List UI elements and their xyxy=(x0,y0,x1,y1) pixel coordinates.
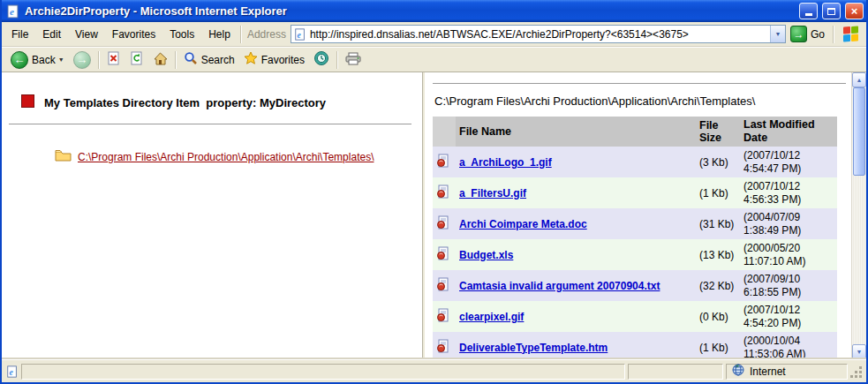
file-link[interactable]: clearpixel.gif xyxy=(459,311,524,323)
security-zone-pane: Internet xyxy=(726,364,848,380)
file-size: (3 Kb) xyxy=(696,147,740,177)
go-label: Go xyxy=(811,28,825,41)
folder-icon xyxy=(55,149,72,165)
file-size: (1 Kb) xyxy=(696,177,740,208)
file-modified: (2000/05/20 11:07:10 AM) xyxy=(740,239,837,270)
column-file-name: File Name xyxy=(456,117,696,147)
menu-favorites[interactable]: Favorites xyxy=(105,25,162,44)
content-area: My Templates Directory Item property: My… xyxy=(2,72,866,359)
menu-tools[interactable]: Tools xyxy=(162,25,201,44)
scrollbar-track[interactable] xyxy=(852,87,866,344)
scrollbar-thumb[interactable] xyxy=(853,87,865,176)
home-button[interactable] xyxy=(148,50,172,70)
file-size: (13 Kb) xyxy=(696,239,740,270)
red-bullet-icon xyxy=(21,94,34,108)
separator xyxy=(240,26,242,43)
status-bar: e Internet xyxy=(2,359,866,382)
table-row: DeliverableTypeTemplate.htm (1 Kb) (2000… xyxy=(433,332,837,359)
table-row: a_FiltersU.gif (1 Kb) (2007/10/12 4:56:3… xyxy=(433,177,837,208)
column-icon xyxy=(433,117,456,147)
forward-button[interactable]: → xyxy=(69,49,95,71)
heading-divider xyxy=(9,124,411,124)
file-link[interactable]: Camtasia invalid argument 20070904.txt xyxy=(459,280,660,292)
column-file-size: File Size xyxy=(696,117,740,147)
favorites-button[interactable]: Favorites xyxy=(239,49,309,70)
file-icon xyxy=(436,308,450,322)
file-link[interactable]: Archi Coimpare Meta.doc xyxy=(459,218,587,230)
globe-icon xyxy=(732,364,744,379)
address-label: Address xyxy=(245,28,291,41)
table-row: a_ArchiLogo_1.gif (3 Kb) (2007/10/12 4:5… xyxy=(433,147,837,177)
left-frame: My Templates Directory Item property: My… xyxy=(2,72,422,359)
address-url[interactable]: http://inspired.dnsalias.net/ABTWSAC.EXE… xyxy=(310,28,766,41)
go-button[interactable]: → Go xyxy=(786,26,830,42)
page-icon: e xyxy=(294,28,306,41)
back-button[interactable]: ← Back ▼ xyxy=(6,49,69,71)
svg-text:e: e xyxy=(297,29,301,39)
search-label: Search xyxy=(201,53,235,66)
table-row: Budget.xls (13 Kb) (2000/05/20 11:07:10 … xyxy=(433,239,837,270)
menu-file[interactable]: File xyxy=(4,25,35,44)
separator xyxy=(98,51,100,69)
back-dropdown-icon[interactable]: ▼ xyxy=(58,56,64,63)
file-icon xyxy=(436,154,450,168)
file-modified: (2000/10/04 11:53:06 AM) xyxy=(740,332,837,359)
refresh-icon xyxy=(130,51,144,68)
status-empty-pane xyxy=(628,364,723,380)
file-link[interactable]: Budget.xls xyxy=(459,249,513,261)
table-row: Archi Coimpare Meta.doc (31 Kb) (2004/07… xyxy=(433,208,837,239)
svg-text:e: e xyxy=(10,6,14,17)
maximize-button[interactable] xyxy=(822,3,841,19)
history-icon xyxy=(313,50,329,69)
svg-text:e: e xyxy=(10,366,14,376)
print-button[interactable] xyxy=(341,50,366,70)
address-dropdown-button[interactable]: ▼ xyxy=(770,26,785,42)
close-button[interactable]: × xyxy=(845,3,864,19)
table-row: Camtasia invalid argument 20070904.txt (… xyxy=(433,270,837,301)
history-button[interactable] xyxy=(309,49,334,71)
file-size: (0 Kb) xyxy=(696,301,740,332)
home-icon xyxy=(153,52,168,68)
file-icon xyxy=(436,215,450,230)
directory-path-header: C:\Program Files\Archi Production\Applic… xyxy=(434,94,848,108)
resize-grip[interactable] xyxy=(850,364,864,380)
search-icon xyxy=(184,51,198,68)
printer-icon xyxy=(345,52,361,68)
refresh-button[interactable] xyxy=(125,49,148,70)
menu-view[interactable]: View xyxy=(68,25,105,44)
scroll-up-button[interactable]: ▲ xyxy=(852,72,866,87)
menu-help[interactable]: Help xyxy=(201,25,238,44)
stop-button[interactable] xyxy=(102,49,125,70)
file-link[interactable]: a_ArchiLogo_1.gif xyxy=(459,156,552,169)
file-link[interactable]: DeliverableTypeTemplate.htm xyxy=(459,342,608,354)
top-divider xyxy=(433,83,846,84)
scroll-down-button[interactable]: ▼ xyxy=(852,344,866,359)
menu-bar: File Edit View Favorites Tools Help Addr… xyxy=(2,22,866,47)
file-icon xyxy=(436,339,450,353)
favorites-star-icon xyxy=(244,51,258,68)
file-icon xyxy=(436,184,450,199)
table-row: clearpixel.gif (0 Kb) (2007/10/12 4:54:2… xyxy=(433,301,837,332)
separator xyxy=(336,51,338,69)
ie-page-icon: e xyxy=(6,4,20,19)
file-table: File Name File Size Last Modified Date a… xyxy=(433,117,837,359)
directory-link[interactable]: C:\Program Files\Archi Production\Applic… xyxy=(78,151,374,163)
windows-logo-icon xyxy=(837,26,864,41)
zone-label: Internet xyxy=(750,365,786,378)
file-modified: (2004/07/09 1:38:49 PM) xyxy=(740,208,837,239)
search-button[interactable]: Search xyxy=(179,49,239,70)
menu-edit[interactable]: Edit xyxy=(35,25,68,44)
file-modified: (2007/10/12 4:54:20 PM) xyxy=(740,301,837,332)
address-input[interactable]: e http://inspired.dnsalias.net/ABTWSAC.E… xyxy=(291,25,786,43)
file-link[interactable]: a_FiltersU.gif xyxy=(459,187,526,200)
back-arrow-icon: ← xyxy=(11,51,28,69)
vertical-scrollbar[interactable]: ▲ ▼ xyxy=(851,72,866,359)
right-frame: C:\Program Files\Archi Production\Applic… xyxy=(426,72,851,359)
column-last-modified: Last Modified Date xyxy=(740,117,837,147)
minimize-button[interactable] xyxy=(799,3,818,19)
file-icon xyxy=(436,277,450,291)
file-modified: (2007/09/10 6:18:55 PM) xyxy=(740,270,837,301)
separator xyxy=(833,26,834,43)
table-header-row: File Name File Size Last Modified Date xyxy=(433,117,837,147)
title-bar: e Archie2DirProperty - Microsoft Interne… xyxy=(2,0,866,22)
